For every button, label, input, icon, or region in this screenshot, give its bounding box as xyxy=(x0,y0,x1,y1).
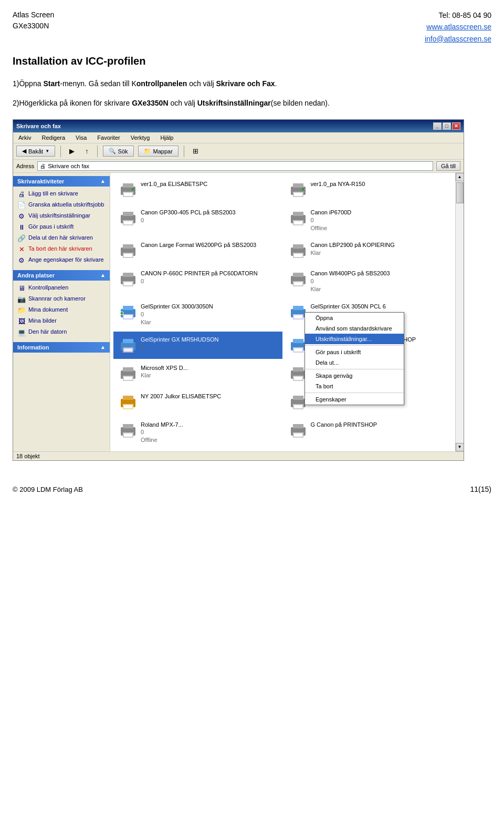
andra-platser-header[interactable]: Andra platser ▲ xyxy=(13,270,110,281)
skrivaraktiviteter-title: Skrivaraktiviteter xyxy=(17,178,64,184)
printer-item-canon-lbp2900[interactable]: Canon LBP2900 på KOPIERING Klar xyxy=(284,237,453,264)
printer-item-gelsprinter-mr5hudson[interactable]: GelSprinter GX MR5HUDSON 0 xyxy=(113,332,282,359)
ctx-oppna[interactable]: Öppna xyxy=(305,313,404,323)
skrivaraktiviteter-chevron: ▲ xyxy=(100,178,106,184)
minimize-button[interactable]: _ xyxy=(433,122,442,130)
printer-item-gelsprinter-3000[interactable]: GelSprinter GX 3000/3050N 0 Klar xyxy=(113,298,282,331)
scroll-down-button[interactable]: ▼ xyxy=(456,443,464,451)
ctx-utskriftsinst[interactable]: Utskriftsinställningar... xyxy=(305,334,404,344)
menu-hjalp[interactable]: Hjälp xyxy=(157,133,176,142)
sidebar-item-valj-utskrift[interactable]: ⚙ Välj utskriftsinställningar xyxy=(13,211,110,222)
printer-item-microsoft-xps[interactable]: Microsoft XPS D... Klar xyxy=(113,360,282,387)
menu-visa[interactable]: Visa xyxy=(72,133,90,142)
search-button[interactable]: 🔍 Sök xyxy=(103,146,134,157)
printer-icon xyxy=(119,393,138,411)
my-docs-icon: 📁 xyxy=(17,306,26,315)
step2-bold1: GXe3350N xyxy=(132,99,168,107)
svg-rect-44 xyxy=(123,339,133,343)
printer-item-ver1-elisabetspc[interactable]: ver1.0_pa ELISABETSPC xyxy=(113,176,282,203)
up-button[interactable]: ↑ xyxy=(82,146,92,156)
svg-rect-29 xyxy=(124,282,132,285)
scanners-icon: 📷 xyxy=(17,295,26,304)
svg-rect-3 xyxy=(124,193,132,196)
printer-item-roland-mpx[interactable]: Roland MPX-7... 0 Offline xyxy=(113,417,282,449)
sidebar: Skrivaraktiviteter ▲ 🖨 Lägg till en skri… xyxy=(13,173,110,451)
svg-rect-15 xyxy=(293,212,303,216)
printer-item-canon-large-format[interactable]: Canon Large Format W6200PG på SBS2003 xyxy=(113,237,282,264)
address-field[interactable]: 🖨 Skrivare och fax xyxy=(37,161,433,171)
printer-item-g-canon[interactable]: G Canon på PRINTSHOP xyxy=(284,417,453,449)
properties-icon: ⚙ xyxy=(17,256,26,265)
svg-rect-72 xyxy=(293,424,303,428)
vertical-scrollbar[interactable]: ▲ ▼ xyxy=(455,173,464,451)
context-menu: Öppna Använd som standardskrivare Utskri… xyxy=(304,312,404,405)
step2-prefix: 2)Högerklicka på ikonen för skrivare xyxy=(13,99,132,107)
ctx-ta-bort[interactable]: Ta bort xyxy=(305,381,404,391)
step2-end: (se bilden nedan). xyxy=(271,99,330,107)
title-bar-buttons: _ □ ✕ xyxy=(433,122,460,130)
sidebar-item-skannrar[interactable]: 📷 Skannrar och kameror xyxy=(13,294,110,305)
scroll-up-button[interactable]: ▲ xyxy=(456,173,464,181)
ctx-separator1 xyxy=(305,345,404,346)
printer-icon xyxy=(119,303,138,322)
share-printer-icon: 🔗 xyxy=(17,234,26,243)
website-link[interactable]: www.atlasscreen.se xyxy=(425,21,491,33)
sidebar-item-ta-bort[interactable]: ✕ Ta bort den här skrivaren xyxy=(13,244,110,255)
svg-rect-6 xyxy=(293,183,303,188)
sidebar-item-gor-paus[interactable]: ⏸ Gör paus i utskrift xyxy=(13,222,110,233)
printer-item-canon-gp300[interactable]: Canon GP300-405 PCL på SBS2003 0 xyxy=(113,204,282,236)
address-folder-icon: 🖨 xyxy=(40,163,46,169)
menu-verktyg[interactable]: Verktyg xyxy=(128,133,153,142)
scroll-thumb[interactable] xyxy=(456,182,464,203)
menu-redigera[interactable]: Redigera xyxy=(38,133,68,142)
sidebar-item-lagg-till[interactable]: 🖨 Lägg till en skrivare xyxy=(13,189,110,200)
printer-item-canon-w8400pg[interactable]: Canon W8400PG på SBS2003 0 Klar xyxy=(284,265,453,297)
printer-item-canon-p660c[interactable]: CANON P-660C PRINTER på PC60DATORN 0 xyxy=(113,265,282,297)
ctx-gor-paus[interactable]: Gör paus i utskrift xyxy=(305,347,404,357)
printer-item-canon-ip6700d[interactable]: Canon iP6700D 0 Offline xyxy=(284,204,453,236)
ctx-dela-ut[interactable]: Dela ut... xyxy=(305,357,404,368)
my-pics-icon: 🖼 xyxy=(17,317,26,326)
sidebar-item-egenskaper[interactable]: ⚙ Ange egenskaper för skrivare xyxy=(13,255,110,266)
header: Atlas Screen GXe3300N Tel: 08-85 04 90 w… xyxy=(0,0,504,50)
sidebar-item-dela-ut[interactable]: 🔗 Dela ut den här skrivaren xyxy=(13,233,110,244)
information-header[interactable]: Information ▲ xyxy=(13,342,110,353)
email-link[interactable]: info@atlasscreen.se xyxy=(425,33,491,45)
views-button[interactable]: ⊞ xyxy=(190,146,202,156)
andra-platser-chevron: ▲ xyxy=(100,272,106,278)
address-value: Skrivare och fax xyxy=(48,163,89,169)
svg-rect-66 xyxy=(294,405,302,408)
page-title: Installation av ICC-profilen xyxy=(0,50,504,76)
main-content: Skrivaraktiviteter ▲ 🖨 Lägg till en skri… xyxy=(13,173,464,451)
header-right: Tel: 08-85 04 90 www.atlasscreen.se info… xyxy=(425,9,491,45)
ctx-egenskaper[interactable]: Egenskaper xyxy=(305,394,404,405)
sidebar-item-granska[interactable]: 📄 Granska aktuella utskriftsjobb xyxy=(13,200,110,211)
address-go-button[interactable]: Gå till xyxy=(436,161,460,171)
close-button[interactable]: ✕ xyxy=(452,122,460,130)
ctx-separator3 xyxy=(305,393,404,393)
sidebar-item-kontrollpanelen[interactable]: 🖥 Kontrollpanelen xyxy=(13,283,110,294)
printer-item-ny2007[interactable]: NY 2007 Julkor ELISABETSPC xyxy=(113,388,282,416)
forward-button[interactable]: ▶ xyxy=(66,146,78,156)
company-name: Atlas Screen xyxy=(13,9,54,20)
sidebar-item-den-har-datorn[interactable]: 💻 Den här datorn xyxy=(13,327,110,338)
svg-rect-48 xyxy=(293,339,303,343)
address-label: Adress xyxy=(16,163,34,169)
status-text: 18 objekt xyxy=(16,453,40,459)
ctx-skapa-genvag[interactable]: Skapa genväg xyxy=(305,370,404,381)
svg-rect-74 xyxy=(294,434,302,437)
my-computer-icon: 💻 xyxy=(17,328,26,337)
svg-point-4 xyxy=(132,188,134,190)
menu-arkiv[interactable]: Arkiv xyxy=(15,133,34,142)
folders-button[interactable]: 📁 Mappar xyxy=(138,146,178,157)
maximize-button[interactable]: □ xyxy=(443,122,451,130)
sidebar-item-mina-dokument[interactable]: 📁 Mina dokument xyxy=(13,305,110,316)
skrivaraktiviteter-header[interactable]: Skrivaraktiviteter ▲ xyxy=(13,176,110,187)
menu-favoriter[interactable]: Favoriter xyxy=(94,133,123,142)
ctx-standardskrivare[interactable]: Använd som standardskrivare xyxy=(305,323,404,334)
printer-icon xyxy=(119,209,138,228)
sidebar-item-mina-bilder[interactable]: 🖼 Mina bilder xyxy=(13,316,110,327)
folders-icon: 📁 xyxy=(144,148,151,154)
back-button[interactable]: ◀ Bakåt ▼ xyxy=(16,146,55,157)
printer-item-ver1-nyar150[interactable]: ver1.0_pa NYA-R150 xyxy=(284,176,453,203)
